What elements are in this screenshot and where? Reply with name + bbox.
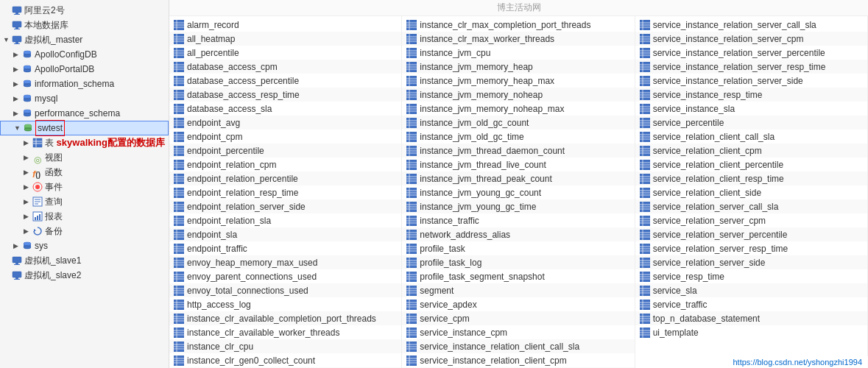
arrow-information_schema[interactable]: ▶ bbox=[13, 77, 21, 91]
table-row[interactable]: envoy_heap_memory_max_used bbox=[169, 255, 401, 269]
table-row[interactable]: service_relation_client_call_sla bbox=[635, 130, 867, 144]
arrow-swtest[interactable]: ▼ bbox=[14, 121, 21, 135]
table-row[interactable]: network_address_alias bbox=[402, 227, 634, 241]
table-row[interactable]: instance_clr_available_completion_port_t… bbox=[169, 311, 401, 325]
sidebar-item-apolloconfigdb[interactable]: ▶ ApolloConfigDB bbox=[0, 47, 169, 62]
sidebar-item-swtest[interactable]: ▼ swtest bbox=[0, 121, 169, 135]
table-row[interactable]: profile_task_segment_snapshot bbox=[402, 269, 634, 283]
table-row[interactable]: ui_template bbox=[635, 325, 867, 339]
sidebar-item-swtest_views[interactable]: ▶◎视图 bbox=[0, 150, 169, 165]
table-row[interactable]: service_relation_client_cpm bbox=[635, 144, 867, 158]
table-row[interactable]: alarm_record bbox=[169, 18, 401, 32]
sidebar-item-swtest_functions[interactable]: ▶f()函数 bbox=[0, 165, 169, 180]
table-row[interactable]: instance_jvm_young_gc_time bbox=[402, 199, 634, 213]
sidebar-item-swtest_backup[interactable]: ▶ 备份 bbox=[0, 224, 169, 238]
arrow-swtest_backup[interactable]: ▶ bbox=[24, 224, 31, 238]
arrow-vm_master[interactable]: ▼ bbox=[3, 32, 10, 47]
table-row[interactable]: endpoint_relation_resp_time bbox=[169, 185, 401, 199]
table-row[interactable]: service_traffic bbox=[635, 297, 867, 311]
sidebar-item-local[interactable]: 本地数据库 bbox=[0, 18, 169, 32]
arrow-performance_schema[interactable]: ▶ bbox=[13, 106, 21, 121]
table-row[interactable]: service_instance_relation_server_cpm bbox=[635, 32, 867, 46]
table-row[interactable]: endpoint_relation_cpm bbox=[169, 158, 401, 171]
table-row[interactable]: profile_task bbox=[402, 241, 634, 255]
arrow-swtest_reports[interactable]: ▶ bbox=[24, 209, 31, 224]
table-row[interactable]: all_heatmap bbox=[169, 32, 401, 46]
table-row[interactable]: service_relation_client_side bbox=[635, 185, 867, 199]
table-row[interactable]: top_n_database_statement bbox=[635, 311, 867, 325]
table-row[interactable]: service_instance_relation_client_cpm bbox=[402, 353, 634, 367]
table-row[interactable]: endpoint_sla bbox=[169, 227, 401, 241]
arrow-swtest_tables[interactable]: ▶ bbox=[24, 135, 31, 150]
table-row[interactable]: instance_jvm_old_gc_time bbox=[402, 130, 634, 144]
table-row[interactable]: service_relation_server_percentile bbox=[635, 227, 867, 241]
table-row[interactable]: endpoint_avg bbox=[169, 116, 401, 130]
sidebar-item-swtest_events[interactable]: ▶ 事件 bbox=[0, 180, 169, 194]
table-row[interactable]: envoy_parent_connections_used bbox=[169, 269, 401, 283]
sidebar-item-swtest_queries[interactable]: ▶ 查询 bbox=[0, 194, 169, 209]
table-row[interactable]: instance_jvm_old_gc_count bbox=[402, 116, 634, 130]
bottom-link[interactable]: https://blog.csdn.net/yshongzhi1994 bbox=[727, 356, 868, 368]
table-row[interactable]: instance_clr_cpu bbox=[169, 339, 401, 353]
table-row[interactable]: endpoint_relation_sla bbox=[169, 213, 401, 227]
sidebar-item-swtest_reports[interactable]: ▶ 报表 bbox=[0, 209, 169, 224]
sidebar-item-aliyun2[interactable]: 阿里云2号 bbox=[0, 3, 169, 18]
table-row[interactable]: instance_clr_available_worker_threads bbox=[169, 325, 401, 339]
table-row[interactable]: endpoint_traffic bbox=[169, 241, 401, 255]
arrow-swtest_queries[interactable]: ▶ bbox=[24, 194, 31, 209]
table-row[interactable]: envoy_total_connections_used bbox=[169, 283, 401, 297]
table-row[interactable]: endpoint_relation_percentile bbox=[169, 171, 401, 185]
table-row[interactable]: service_resp_time bbox=[635, 269, 867, 283]
table-row[interactable]: profile_task_log bbox=[402, 255, 634, 269]
table-row[interactable]: instance_clr_max_worker_threads bbox=[402, 32, 634, 46]
table-row[interactable]: instance_jvm_memory_noheap bbox=[402, 88, 634, 102]
table-row[interactable]: service_sla bbox=[635, 283, 867, 297]
table-row[interactable]: endpoint_cpm bbox=[169, 130, 401, 144]
table-row[interactable]: service_instance_cpm bbox=[402, 325, 634, 339]
arrow-apolloconfigdb[interactable]: ▶ bbox=[13, 47, 21, 62]
table-row[interactable]: service_instance_relation_server_call_sl… bbox=[635, 18, 867, 32]
table-row[interactable]: service_relation_server_side bbox=[635, 255, 867, 269]
arrow-sys[interactable]: ▶ bbox=[13, 238, 21, 253]
arrow-mysql[interactable]: ▶ bbox=[13, 91, 21, 106]
table-row[interactable]: service_relation_client_percentile bbox=[635, 158, 867, 171]
table-row[interactable]: endpoint_percentile bbox=[169, 144, 401, 158]
table-row[interactable]: instance_jvm_memory_heap bbox=[402, 60, 634, 74]
table-row[interactable]: service_apdex bbox=[402, 297, 634, 311]
table-row[interactable]: service_relation_server_resp_time bbox=[635, 241, 867, 255]
sidebar-item-mysql[interactable]: ▶ mysql bbox=[0, 91, 169, 106]
table-row[interactable]: service_cpm bbox=[402, 311, 634, 325]
sidebar-item-vm_slave2[interactable]: 虚拟机_slave2 bbox=[0, 268, 169, 283]
table-row[interactable]: service_instance_sla bbox=[635, 102, 867, 116]
table-row[interactable]: instance_jvm_memory_heap_max bbox=[402, 74, 634, 88]
table-row[interactable]: endpoint_relation_server_side bbox=[169, 199, 401, 213]
arrow-apolloportaldb[interactable]: ▶ bbox=[13, 62, 21, 77]
table-row[interactable]: database_access_cpm bbox=[169, 60, 401, 74]
table-row[interactable]: service_percentile bbox=[635, 116, 867, 130]
table-row[interactable]: instance_jvm_thread_peak_count bbox=[402, 171, 634, 185]
table-row[interactable]: instance_traffic bbox=[402, 213, 634, 227]
table-row[interactable]: instance_jvm_thread_daemon_count bbox=[402, 144, 634, 158]
sidebar-item-sys[interactable]: ▶ sys bbox=[0, 238, 169, 253]
table-row[interactable]: all_percentile bbox=[169, 46, 401, 60]
table-row[interactable]: service_instance_relation_client_call_sl… bbox=[402, 339, 634, 353]
table-row[interactable]: instance_jvm_cpu bbox=[402, 46, 634, 60]
table-row[interactable]: service_instance_relation_server_percent… bbox=[635, 46, 867, 60]
sidebar-item-swtest_tables[interactable]: ▶ 表 skywalking配置的数据库 bbox=[0, 135, 169, 150]
table-row[interactable]: http_access_log bbox=[169, 297, 401, 311]
table-row[interactable]: database_access_sla bbox=[169, 102, 401, 116]
table-row[interactable]: instance_jvm_young_gc_count bbox=[402, 185, 634, 199]
table-row[interactable]: instance_clr_max_completion_port_threads bbox=[402, 18, 634, 32]
table-row[interactable]: instance_clr_gen0_collect_count bbox=[169, 353, 401, 367]
table-row[interactable]: service_instance_relation_server_side bbox=[635, 74, 867, 88]
table-row[interactable]: service_relation_server_cpm bbox=[635, 213, 867, 227]
table-row[interactable]: service_instance_relation_server_resp_ti… bbox=[635, 60, 867, 74]
sidebar-item-vm_master[interactable]: ▼ 虚拟机_master bbox=[0, 32, 169, 47]
arrow-swtest_functions[interactable]: ▶ bbox=[24, 165, 31, 180]
table-row[interactable]: database_access_resp_time bbox=[169, 88, 401, 102]
table-row[interactable]: service_relation_client_resp_time bbox=[635, 171, 867, 185]
sidebar-item-vm_slave1[interactable]: 虚拟机_slave1 bbox=[0, 253, 169, 268]
sidebar-item-apolloportaldb[interactable]: ▶ ApolloPortalDB bbox=[0, 62, 169, 77]
arrow-swtest_views[interactable]: ▶ bbox=[24, 150, 31, 165]
table-row[interactable]: service_relation_server_call_sla bbox=[635, 199, 867, 213]
